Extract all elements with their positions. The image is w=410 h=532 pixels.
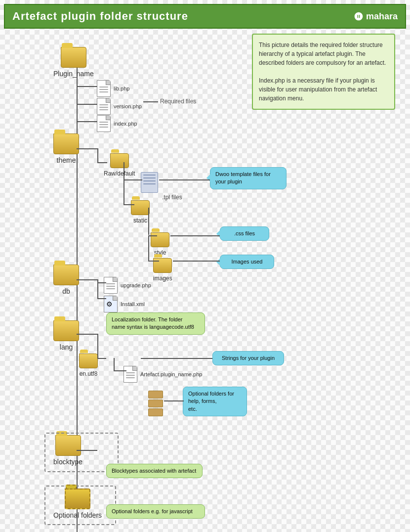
file-shape-version [97, 98, 111, 115]
h-line-strings-connector [141, 358, 212, 359]
file-index: index.php [97, 115, 137, 132]
v-line-tpl [123, 162, 124, 179]
folder-icon-style [151, 232, 169, 247]
h-line-en [97, 358, 106, 359]
folder-label-en: en.utf8 [80, 370, 98, 377]
tpl-body [141, 172, 158, 193]
bubble-css-text: .css files [234, 230, 255, 236]
file-name-version: version.php [114, 103, 142, 109]
file-name-upgrade: upgrade.php [121, 282, 151, 288]
folder-label-plugin-name: Plugin_name [53, 70, 94, 78]
bubble-optional-folders: Optional folders for help, forms, etc. [183, 387, 247, 416]
h-line-db [77, 279, 97, 280]
h-line-version [77, 104, 97, 105]
h-line-style [148, 235, 157, 236]
v-line-style [148, 208, 149, 235]
bubble-localization-text: Localization folder. The folder name syn… [112, 316, 194, 330]
main-container: Artefact plugin folder structure mahara … [0, 0, 410, 532]
template-icon [141, 172, 158, 193]
v-line-static [123, 179, 124, 204]
bubble-blocktype: Blocktypes associated with artefact [106, 464, 203, 478]
file-lib: lib.php [97, 80, 129, 97]
h-line-artefact [114, 370, 126, 371]
file-shape-artefact [123, 366, 137, 383]
folder-optional: Optional folders [53, 488, 102, 519]
file-shape-upgrade [104, 277, 118, 294]
h-line-tpl [123, 179, 142, 180]
bubble-optional-text: Optional folders for help, forms, etc. [188, 391, 234, 412]
h-line-lang [77, 334, 97, 335]
page-title: Artefact plugin folder structure [12, 10, 188, 23]
folder-icon-static [131, 200, 150, 215]
bubble-css: .css files [220, 226, 269, 241]
stack-item-1 [148, 391, 163, 399]
file-name-lib: lib.php [114, 86, 129, 91]
required-files-label: Required files [160, 98, 196, 105]
v-line-artefact [114, 358, 115, 371]
h-line-theme [77, 148, 97, 149]
folder-icon-db [53, 265, 79, 285]
tpl-lines [141, 175, 158, 184]
file-version: version.php [97, 98, 142, 115]
h-line-blocktype [77, 450, 97, 451]
folder-theme: theme [53, 133, 79, 164]
stack-icon-optional [148, 391, 164, 415]
h-line-opt-folders [164, 400, 184, 401]
info-line2: Index.php is a necessary file if your pl… [259, 76, 388, 103]
tpl-label: .tpl files [162, 194, 182, 201]
h-line-upgrade [97, 282, 106, 283]
file-artefact: Artefact.plugin_name.php [123, 366, 202, 383]
bubble-optional-js: Optional folders e.g. for javascript [106, 504, 205, 519]
bubble-tpl-text: Dwoo template files for your plugin [215, 171, 271, 184]
v-line-images [148, 235, 149, 261]
bubble-images: Images used [220, 255, 274, 269]
svg-point-0 [357, 13, 361, 15]
required-files-line [143, 101, 158, 102]
bubble-tpl: Dwoo template files for your plugin [210, 167, 287, 189]
folder-label-raw: Raw/default [104, 170, 135, 177]
folder-label-optional: Optional folders [53, 511, 102, 519]
file-shape-lib [97, 80, 111, 97]
h-line-bubble-images [173, 261, 220, 262]
h-line-lib [77, 86, 97, 87]
folder-icon-lang [53, 320, 79, 341]
h-line-static [123, 204, 134, 205]
folder-label-theme: theme [57, 156, 76, 164]
folder-icon-theme [53, 133, 79, 154]
bubble-images-text: Images used [232, 259, 263, 265]
folder-images: images [153, 258, 172, 282]
v-line-raw [97, 148, 98, 162]
h-line-images [148, 261, 159, 262]
file-name-artefact: Artefact.plugin_name.php [140, 371, 202, 377]
folder-plugin-name: Plugin_name [53, 47, 94, 78]
mahara-logo: mahara [354, 11, 398, 22]
file-name-install: Install.xml [121, 301, 145, 307]
folder-icon-en [79, 354, 98, 368]
info-line1: This picture details the required folder… [259, 41, 388, 67]
gear-icon: ⚙ [106, 300, 113, 308]
folder-label-db: db [62, 287, 70, 295]
bubble-strings: Strings for your plugin [212, 351, 284, 365]
bubble-optional-js-text: Optional folders e.g. for javascript [112, 508, 193, 514]
h-line-bubble-tpl [159, 179, 210, 180]
header: Artefact plugin folder structure mahara [4, 4, 406, 29]
folder-icon-plugin-name [61, 47, 86, 68]
folder-label-static: static [133, 217, 147, 224]
stack-item-2 [148, 399, 163, 407]
h-line-install [97, 298, 106, 299]
bubble-localization: Localization folder. The folder name syn… [106, 312, 205, 335]
folder-lang: lang [53, 320, 79, 351]
bubble-strings-text: Strings for your plugin [222, 355, 275, 361]
folder-label-lang: lang [60, 343, 73, 351]
folder-icon-optional [65, 488, 90, 509]
bubble-blocktype-text: Blocktypes associated with artefact [112, 468, 196, 474]
file-upgrade: upgrade.php [104, 277, 151, 294]
leaf-icon [354, 11, 364, 21]
h-line-bubble-css [170, 235, 220, 236]
folder-icon-raw [110, 153, 129, 168]
h-line-raw [97, 162, 107, 163]
h-line-index [77, 121, 97, 122]
file-shape-index [97, 115, 111, 132]
info-box: This picture details the required folder… [252, 34, 395, 110]
folder-db: db [53, 265, 79, 295]
